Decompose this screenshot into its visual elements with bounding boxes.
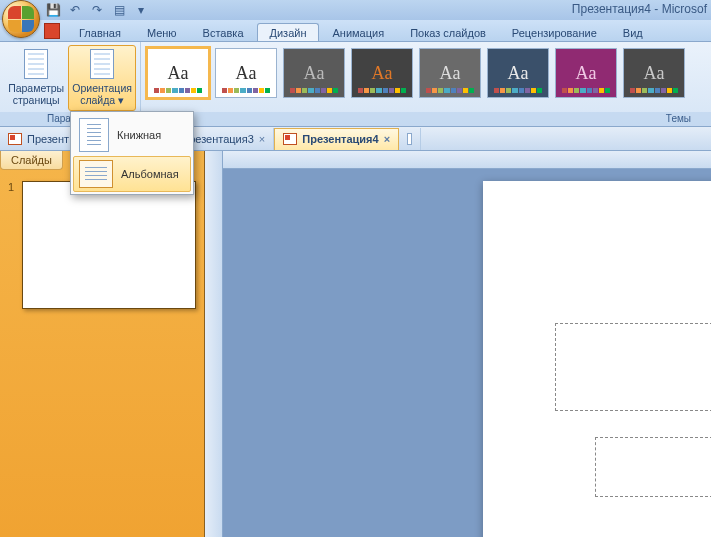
doc-tab-1[interactable]: Презент <box>0 128 78 150</box>
app-title: Презентация4 - Microsof <box>572 2 707 16</box>
theme-swatch[interactable]: Aa <box>487 48 549 98</box>
chevron-down-icon: ▾ <box>118 94 124 106</box>
theme-swatch[interactable]: Aa <box>283 48 345 98</box>
tab-animation[interactable]: Анимация <box>319 23 397 41</box>
close-icon[interactable]: × <box>259 133 265 145</box>
tab-insert[interactable]: Вставка <box>190 23 257 41</box>
vertical-ruler <box>205 151 223 537</box>
group-label-themes: Темы <box>141 112 711 126</box>
new-doc-tab[interactable] <box>399 128 421 150</box>
new-document-icon <box>407 133 412 145</box>
tab-home[interactable]: Главная <box>66 23 134 41</box>
orientation-portrait-item[interactable]: Книжная <box>73 114 191 156</box>
subtitle-placeholder[interactable]: Подз <box>595 437 711 497</box>
slide-thumbnail-row[interactable]: 1 <box>8 181 196 309</box>
presentation-icon <box>283 133 297 145</box>
qat-dropdown-icon[interactable]: ▾ <box>132 2 150 18</box>
slide-orientation-button[interactable]: Ориентация слайда ▾ <box>68 45 136 111</box>
page-setup-button[interactable]: Параметры страницы <box>4 45 68 111</box>
office-logo-icon <box>8 6 34 32</box>
redo-icon[interactable]: ↷ <box>88 2 106 18</box>
orientation-icon <box>90 49 114 79</box>
theme-swatch[interactable]: Aa <box>147 48 209 98</box>
slide-number: 1 <box>8 181 16 309</box>
landscape-icon <box>79 160 113 188</box>
orientation-landscape-item[interactable]: Альбомная <box>73 156 191 192</box>
group-themes: AaAaAaAaAaAaAaAa Темы <box>141 42 711 126</box>
theme-swatch[interactable]: Aa <box>623 48 685 98</box>
page-setup-label: Параметры страницы <box>8 82 64 106</box>
slide-canvas: Заго Подз <box>223 151 711 537</box>
slides-panel-tab[interactable]: Слайды <box>0 151 63 170</box>
tab-review[interactable]: Рецензирование <box>499 23 610 41</box>
theme-swatch[interactable]: Aa <box>419 48 481 98</box>
horizontal-ruler <box>223 151 711 169</box>
orientation-dropdown: Книжная Альбомная <box>70 111 194 195</box>
office-button[interactable] <box>2 0 40 38</box>
tab-design[interactable]: Дизайн <box>257 23 320 41</box>
slides-panel: Слайды 1 <box>0 151 205 537</box>
theme-swatch[interactable]: Aa <box>215 48 277 98</box>
tab-menu[interactable]: Меню <box>134 23 190 41</box>
addin-tab-icon[interactable] <box>44 23 60 39</box>
title-placeholder[interactable]: Заго <box>555 323 711 411</box>
work-area: Слайды 1 Заго Подз <box>0 151 711 537</box>
orientation-label: Ориентация слайда ▾ <box>72 82 132 106</box>
save-icon[interactable]: 💾 <box>44 2 62 18</box>
page-setup-icon <box>24 49 48 79</box>
presentation-icon <box>8 133 22 145</box>
tab-slideshow[interactable]: Показ слайдов <box>397 23 499 41</box>
quick-access-toolbar: 💾 ↶ ↷ ▤ ▾ <box>44 2 150 18</box>
qat-item[interactable]: ▤ <box>110 2 128 18</box>
portrait-icon <box>79 118 109 152</box>
title-bar: 💾 ↶ ↷ ▤ ▾ Презентация4 - Microsof <box>0 0 711 20</box>
doc-tab-4-active[interactable]: Презентация4 × <box>274 128 399 150</box>
ribbon-tabs: Главная Меню Вставка Дизайн Анимация Пок… <box>0 20 711 42</box>
undo-icon[interactable]: ↶ <box>66 2 84 18</box>
theme-swatch[interactable]: Aa <box>351 48 413 98</box>
close-icon[interactable]: × <box>384 133 390 145</box>
theme-swatch[interactable]: Aa <box>555 48 617 98</box>
tab-view[interactable]: Вид <box>610 23 656 41</box>
slide[interactable]: Заго Подз <box>483 181 711 537</box>
slide-thumbnail[interactable] <box>22 181 196 309</box>
